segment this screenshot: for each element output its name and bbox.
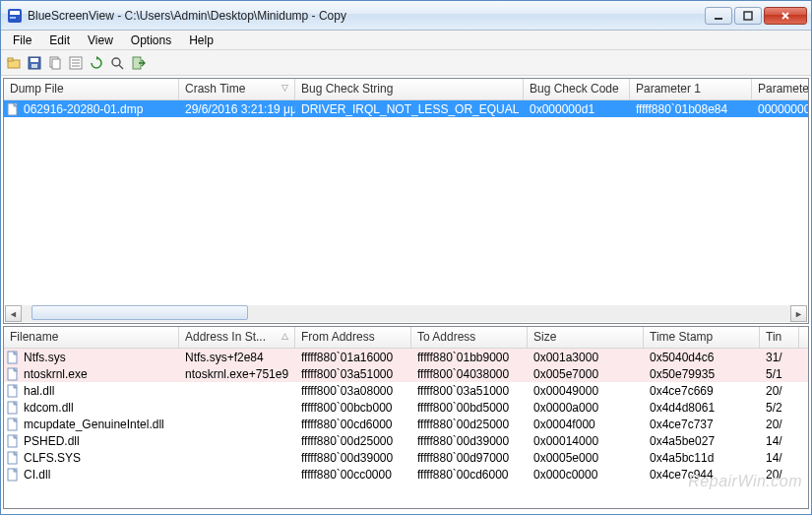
column-header[interactable]: Size (528, 327, 644, 348)
menu-view[interactable]: View (80, 32, 121, 49)
maximize-button[interactable] (734, 7, 762, 25)
column-header[interactable]: Tin (760, 327, 799, 348)
file-icon (6, 451, 20, 465)
cell: fffff880`00d39000 (295, 451, 411, 465)
table-row[interactable]: CI.dllfffff880`00cc0000fffff880`00cd6000… (4, 466, 808, 483)
column-header[interactable]: Time Stamp (644, 327, 760, 348)
cell: ntoskrnl.exe+751e9 (179, 367, 295, 381)
table-row[interactable]: hal.dllfffff800`03a08000fffff800`03a5100… (4, 382, 808, 399)
properties-icon[interactable] (67, 54, 85, 72)
cell: 5/1 (760, 367, 799, 381)
column-header[interactable]: To Address (411, 327, 528, 348)
cell: 20/ (760, 384, 799, 398)
upper-hscrollbar[interactable]: ◄ ► (5, 305, 807, 322)
file-icon (6, 434, 20, 448)
scroll-left-icon[interactable]: ◄ (5, 305, 22, 322)
cell: 14/ (760, 451, 799, 465)
sort-indicator-icon: ▽ (281, 83, 288, 93)
cell: 31/ (760, 351, 799, 364)
cell: hal.dll (4, 384, 179, 398)
cell: 0x4ce7c944 (644, 468, 760, 482)
refresh-icon[interactable] (88, 54, 105, 72)
toolbar (1, 50, 811, 76)
cell: fffff880`01bb9000 (411, 351, 528, 364)
column-header[interactable]: From Address (295, 327, 411, 348)
app-icon (7, 8, 23, 24)
cell: fffff800`00bd5000 (411, 401, 528, 415)
sort-indicator-icon: △ (281, 331, 288, 341)
cell: fffff880`00d97000 (411, 451, 528, 465)
cell: fffff880`01a16000 (295, 351, 411, 364)
cell: 0x50e79935 (644, 367, 760, 381)
cell: kdcom.dll (4, 401, 179, 415)
cell: fffff880`00d25000 (411, 418, 528, 431)
save-icon[interactable] (26, 54, 43, 72)
cell: fffff880`01b08e84 (630, 102, 752, 116)
menu-edit[interactable]: Edit (41, 32, 78, 49)
cell: 0x0005e000 (528, 451, 644, 465)
cell: DRIVER_IRQL_NOT_LESS_OR_EQUAL (295, 102, 524, 116)
cell: CLFS.SYS (4, 451, 179, 465)
scroll-right-icon[interactable]: ► (790, 305, 807, 322)
svg-rect-9 (31, 64, 37, 68)
svg-rect-8 (31, 58, 38, 62)
cell: fffff800`03a08000 (295, 384, 411, 398)
open-icon[interactable] (5, 54, 23, 72)
column-header[interactable]: Dump File (4, 79, 179, 99)
titlebar: BlueScreenView - C:\Users\Admin\Desktop\… (1, 1, 811, 31)
file-icon (6, 351, 20, 364)
cell: fffff800`04038000 (411, 367, 528, 381)
file-icon (6, 418, 20, 431)
column-header[interactable]: Bug Check Code (524, 79, 630, 99)
cell: 0x000000d1 (524, 102, 630, 116)
cell: 0x4d4d8061 (644, 401, 760, 415)
column-header[interactable]: Parameter 1 (630, 79, 752, 99)
file-icon (6, 367, 20, 381)
menu-options[interactable]: Options (123, 32, 179, 49)
table-row[interactable]: kdcom.dllfffff800`00bcb000fffff800`00bd5… (4, 399, 808, 416)
exit-icon[interactable] (129, 54, 147, 72)
column-header[interactable]: Crash Time▽ (179, 79, 295, 99)
cell: 20/ (760, 468, 799, 482)
cell: 0x005e7000 (528, 367, 644, 381)
copy-icon[interactable] (46, 54, 64, 72)
svg-rect-11 (52, 59, 60, 69)
column-header[interactable]: Bug Check String (295, 79, 524, 99)
window-controls (705, 7, 807, 25)
cell: 14/ (760, 434, 799, 448)
scroll-track[interactable] (22, 305, 790, 322)
cell: fffff880`00d25000 (295, 434, 411, 448)
table-row[interactable]: ntoskrnl.exentoskrnl.exe+751e9fffff800`0… (4, 365, 808, 382)
menu-help[interactable]: Help (181, 32, 221, 49)
svg-line-17 (119, 65, 123, 69)
minimize-button[interactable] (705, 7, 732, 25)
table-row[interactable]: Ntfs.sysNtfs.sys+f2e84fffff880`01a16000f… (4, 349, 808, 365)
file-icon (6, 468, 20, 482)
module-rows: Ntfs.sysNtfs.sys+f2e84fffff880`01a16000f… (4, 349, 808, 483)
table-row[interactable]: 062916-20280-01.dmp29/6/2016 3:21:19 μμD… (4, 100, 808, 117)
svg-point-16 (112, 58, 120, 66)
table-row[interactable]: CLFS.SYSfffff880`00d39000fffff880`00d970… (4, 449, 808, 466)
close-button[interactable] (764, 7, 807, 25)
scroll-thumb[interactable] (31, 305, 248, 320)
table-row[interactable]: mcupdate_GenuineIntel.dllfffff880`00cd60… (4, 416, 808, 432)
menubar: File Edit View Options Help (1, 31, 811, 50)
cell: Ntfs.sys (4, 351, 179, 364)
table-row[interactable]: PSHED.dllfffff880`00d25000fffff880`00d39… (4, 432, 808, 449)
svg-rect-6 (8, 58, 13, 61)
column-header[interactable]: Address In St...△ (179, 327, 295, 348)
cell: 062916-20280-01.dmp (4, 102, 179, 116)
find-icon[interactable] (108, 54, 126, 72)
module-list-pane: FilenameAddress In St...△From AddressTo … (3, 326, 809, 509)
cell: fffff800`00bcb000 (295, 401, 411, 415)
cell: fffff880`00cc0000 (295, 468, 411, 482)
column-header[interactable]: Parameter 2 (752, 79, 809, 99)
cell: 20/ (760, 418, 799, 431)
cell: 0x5040d4c6 (644, 351, 760, 364)
column-header[interactable]: Filename (4, 327, 179, 348)
file-icon (6, 102, 20, 116)
cell: ntoskrnl.exe (4, 367, 179, 381)
cell: 0x0004f000 (528, 418, 644, 431)
menu-file[interactable]: File (5, 32, 39, 49)
dump-header-row: Dump FileCrash Time▽Bug Check StringBug … (4, 79, 808, 100)
